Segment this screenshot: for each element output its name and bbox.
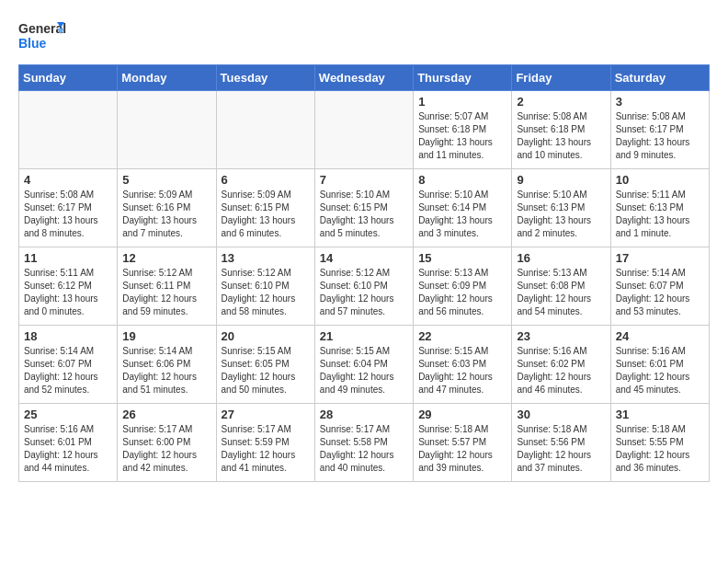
day-detail: Sunrise: 5:17 AM Sunset: 6:00 PM Dayligh… xyxy=(122,423,210,475)
calendar-cell: 22Sunrise: 5:15 AM Sunset: 6:03 PM Dayli… xyxy=(414,326,512,404)
day-header-friday: Friday xyxy=(512,65,610,91)
day-detail: Sunrise: 5:18 AM Sunset: 5:55 PM Dayligh… xyxy=(616,423,704,475)
calendar-cell: 29Sunrise: 5:18 AM Sunset: 5:57 PM Dayli… xyxy=(414,404,512,482)
day-header-saturday: Saturday xyxy=(610,65,709,91)
day-detail: Sunrise: 5:16 AM Sunset: 6:02 PM Dayligh… xyxy=(517,345,605,396)
day-detail: Sunrise: 5:15 AM Sunset: 6:04 PM Dayligh… xyxy=(320,345,408,396)
day-number: 16 xyxy=(517,251,605,265)
day-detail: Sunrise: 5:10 AM Sunset: 6:15 PM Dayligh… xyxy=(320,189,408,240)
day-detail: Sunrise: 5:15 AM Sunset: 6:05 PM Dayligh… xyxy=(222,345,310,396)
day-number: 2 xyxy=(517,95,605,109)
calendar-cell xyxy=(118,91,216,169)
day-detail: Sunrise: 5:18 AM Sunset: 5:56 PM Dayligh… xyxy=(517,423,605,475)
calendar-cell: 19Sunrise: 5:14 AM Sunset: 6:06 PM Dayli… xyxy=(118,326,216,404)
day-number: 18 xyxy=(24,329,112,343)
day-number: 27 xyxy=(222,408,310,421)
day-detail: Sunrise: 5:14 AM Sunset: 6:07 PM Dayligh… xyxy=(616,267,704,318)
calendar-cell: 13Sunrise: 5:12 AM Sunset: 6:10 PM Dayli… xyxy=(216,247,314,326)
calendar-cell: 10Sunrise: 5:11 AM Sunset: 6:13 PM Dayli… xyxy=(610,169,709,247)
day-number: 7 xyxy=(320,173,408,187)
calendar-cell: 16Sunrise: 5:13 AM Sunset: 6:08 PM Dayli… xyxy=(512,247,610,326)
day-number: 1 xyxy=(418,95,506,109)
day-header-thursday: Thursday xyxy=(414,65,512,91)
day-number: 31 xyxy=(616,408,704,421)
day-number: 29 xyxy=(418,408,506,421)
calendar-cell: 27Sunrise: 5:17 AM Sunset: 5:59 PM Dayli… xyxy=(216,404,314,482)
day-number: 3 xyxy=(616,95,704,109)
day-detail: Sunrise: 5:18 AM Sunset: 5:57 PM Dayligh… xyxy=(418,423,506,475)
day-header-wednesday: Wednesday xyxy=(314,65,413,91)
day-detail: Sunrise: 5:14 AM Sunset: 6:07 PM Dayligh… xyxy=(24,345,112,396)
calendar-table: SundayMondayTuesdayWednesdayThursdayFrid… xyxy=(18,64,710,482)
calendar-cell: 4Sunrise: 5:08 AM Sunset: 6:17 PM Daylig… xyxy=(19,169,118,247)
day-number: 26 xyxy=(122,408,210,421)
calendar-cell: 11Sunrise: 5:11 AM Sunset: 6:12 PM Dayli… xyxy=(19,247,118,326)
calendar-week-2: 4Sunrise: 5:08 AM Sunset: 6:17 PM Daylig… xyxy=(19,169,710,247)
day-detail: Sunrise: 5:08 AM Sunset: 6:17 PM Dayligh… xyxy=(616,110,704,162)
day-number: 24 xyxy=(616,329,704,343)
day-number: 10 xyxy=(616,173,704,187)
day-number: 17 xyxy=(616,251,704,265)
calendar-cell: 14Sunrise: 5:12 AM Sunset: 6:10 PM Dayli… xyxy=(314,247,413,326)
calendar-cell: 23Sunrise: 5:16 AM Sunset: 6:02 PM Dayli… xyxy=(512,326,610,404)
day-detail: Sunrise: 5:12 AM Sunset: 6:10 PM Dayligh… xyxy=(320,267,408,318)
calendar-cell: 28Sunrise: 5:17 AM Sunset: 5:58 PM Dayli… xyxy=(314,404,413,482)
day-detail: Sunrise: 5:17 AM Sunset: 5:58 PM Dayligh… xyxy=(320,423,408,475)
day-detail: Sunrise: 5:16 AM Sunset: 6:01 PM Dayligh… xyxy=(24,423,112,475)
day-detail: Sunrise: 5:14 AM Sunset: 6:06 PM Dayligh… xyxy=(122,345,210,396)
day-detail: Sunrise: 5:07 AM Sunset: 6:18 PM Dayligh… xyxy=(418,110,506,162)
day-detail: Sunrise: 5:17 AM Sunset: 5:59 PM Dayligh… xyxy=(222,423,310,475)
calendar-cell: 7Sunrise: 5:10 AM Sunset: 6:15 PM Daylig… xyxy=(314,169,413,247)
day-number: 6 xyxy=(222,173,310,187)
calendar-cell: 12Sunrise: 5:12 AM Sunset: 6:11 PM Dayli… xyxy=(118,247,216,326)
day-detail: Sunrise: 5:10 AM Sunset: 6:13 PM Dayligh… xyxy=(517,189,605,240)
day-header-tuesday: Tuesday xyxy=(216,65,314,91)
logo-svg: GeneralBlue xyxy=(18,18,69,55)
day-number: 11 xyxy=(24,251,112,265)
calendar-cell xyxy=(314,91,413,169)
day-number: 19 xyxy=(122,329,210,343)
day-detail: Sunrise: 5:09 AM Sunset: 6:16 PM Dayligh… xyxy=(122,189,210,240)
day-detail: Sunrise: 5:11 AM Sunset: 6:12 PM Dayligh… xyxy=(24,267,112,318)
calendar-cell: 6Sunrise: 5:09 AM Sunset: 6:15 PM Daylig… xyxy=(216,169,314,247)
calendar-week-1: 1Sunrise: 5:07 AM Sunset: 6:18 PM Daylig… xyxy=(19,91,710,169)
calendar-cell: 8Sunrise: 5:10 AM Sunset: 6:14 PM Daylig… xyxy=(414,169,512,247)
day-number: 21 xyxy=(320,329,408,343)
day-number: 28 xyxy=(320,408,408,421)
day-detail: Sunrise: 5:09 AM Sunset: 6:15 PM Dayligh… xyxy=(222,189,310,240)
day-number: 20 xyxy=(222,329,310,343)
calendar-cell: 15Sunrise: 5:13 AM Sunset: 6:09 PM Dayli… xyxy=(414,247,512,326)
calendar-cell: 20Sunrise: 5:15 AM Sunset: 6:05 PM Dayli… xyxy=(216,326,314,404)
calendar-cell xyxy=(216,91,314,169)
calendar-cell: 1Sunrise: 5:07 AM Sunset: 6:18 PM Daylig… xyxy=(414,91,512,169)
day-number: 12 xyxy=(122,251,210,265)
calendar-header-row: SundayMondayTuesdayWednesdayThursdayFrid… xyxy=(19,65,710,91)
day-detail: Sunrise: 5:12 AM Sunset: 6:11 PM Dayligh… xyxy=(122,267,210,318)
calendar-cell: 24Sunrise: 5:16 AM Sunset: 6:01 PM Dayli… xyxy=(610,326,709,404)
day-detail: Sunrise: 5:11 AM Sunset: 6:13 PM Dayligh… xyxy=(616,189,704,240)
day-number: 4 xyxy=(24,173,112,187)
calendar-cell: 5Sunrise: 5:09 AM Sunset: 6:16 PM Daylig… xyxy=(118,169,216,247)
day-detail: Sunrise: 5:15 AM Sunset: 6:03 PM Dayligh… xyxy=(418,345,506,396)
day-detail: Sunrise: 5:13 AM Sunset: 6:08 PM Dayligh… xyxy=(517,267,605,318)
day-number: 9 xyxy=(517,173,605,187)
calendar-cell xyxy=(19,91,118,169)
calendar-week-4: 18Sunrise: 5:14 AM Sunset: 6:07 PM Dayli… xyxy=(19,326,710,404)
day-number: 14 xyxy=(320,251,408,265)
calendar-cell: 31Sunrise: 5:18 AM Sunset: 5:55 PM Dayli… xyxy=(610,404,709,482)
calendar-cell: 9Sunrise: 5:10 AM Sunset: 6:13 PM Daylig… xyxy=(512,169,610,247)
day-detail: Sunrise: 5:16 AM Sunset: 6:01 PM Dayligh… xyxy=(616,345,704,396)
calendar-cell: 25Sunrise: 5:16 AM Sunset: 6:01 PM Dayli… xyxy=(19,404,118,482)
calendar-cell: 26Sunrise: 5:17 AM Sunset: 6:00 PM Dayli… xyxy=(118,404,216,482)
calendar-cell: 2Sunrise: 5:08 AM Sunset: 6:18 PM Daylig… xyxy=(512,91,610,169)
calendar-cell: 30Sunrise: 5:18 AM Sunset: 5:56 PM Dayli… xyxy=(512,404,610,482)
calendar-cell: 17Sunrise: 5:14 AM Sunset: 6:07 PM Dayli… xyxy=(610,247,709,326)
day-number: 30 xyxy=(517,408,605,421)
calendar-week-5: 25Sunrise: 5:16 AM Sunset: 6:01 PM Dayli… xyxy=(19,404,710,482)
calendar-cell: 18Sunrise: 5:14 AM Sunset: 6:07 PM Dayli… xyxy=(19,326,118,404)
day-number: 13 xyxy=(222,251,310,265)
day-detail: Sunrise: 5:13 AM Sunset: 6:09 PM Dayligh… xyxy=(418,267,506,318)
svg-text:Blue: Blue xyxy=(18,36,47,51)
day-detail: Sunrise: 5:08 AM Sunset: 6:17 PM Dayligh… xyxy=(24,189,112,240)
calendar-cell: 21Sunrise: 5:15 AM Sunset: 6:04 PM Dayli… xyxy=(314,326,413,404)
